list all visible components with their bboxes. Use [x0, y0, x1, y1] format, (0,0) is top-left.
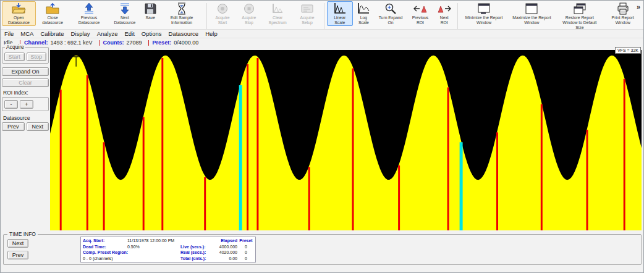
stop-circle-icon: [242, 2, 256, 15]
toolbar-button-minimize-the-report-window[interactable]: Minimize the Report Window: [460, 1, 507, 26]
time-info-cell: [127, 250, 180, 256]
toolbar-separator: [324, 3, 324, 29]
menu-display[interactable]: Display: [70, 30, 90, 37]
menu-mca[interactable]: MCA: [20, 30, 33, 37]
log-chart-icon: [356, 2, 371, 15]
side-panel: Acquire Start Stop Expand On Clear ROI I…: [2, 47, 49, 131]
toolbar-button-label: Turn Expand On: [378, 15, 404, 25]
datasource-panel-label: Datasource: [3, 115, 49, 121]
spectrum-display[interactable]: VFS = 32K: [50, 50, 642, 230]
time-info-cell: 0: [237, 244, 255, 250]
toolbar-button-edit-sample-information[interactable]: Edit Sample Information: [159, 1, 203, 26]
datasource-next-button[interactable]: Next: [27, 122, 49, 131]
toolbar-button-label: Restore Report Window to Default Size: [559, 15, 600, 30]
status-bar: Idle Channel:1493 : 692.1 keVCounts:2708…: [1, 38, 643, 47]
time-info-cell: 0 - 0 (channels): [83, 256, 127, 262]
time-info-next-button[interactable]: Next: [7, 239, 28, 248]
time-info-cell: Live (secs.):: [180, 244, 213, 250]
toolbar-button-log-scale[interactable]: Log Scale: [353, 1, 375, 26]
toolbar-button-clear-spectrum: Clear Spectrum: [262, 1, 293, 26]
stop-button: Stop: [27, 52, 47, 61]
toolbar-button-previous-datasource[interactable]: Previous Datasource: [69, 1, 108, 26]
status-field-label: Channel:: [24, 40, 48, 46]
toolbar-button-label: Previous ROI: [410, 15, 431, 25]
toolbar-button-acquire-start: Acquire Start: [209, 1, 235, 26]
menu-options[interactable]: Options: [142, 30, 162, 37]
time-info-title: TIME INFO: [7, 231, 38, 237]
toolbar-button-acquire-setup: Acquire Setup: [293, 1, 321, 26]
time-info-box: Acq. Start:11/13/1978 12:00:00 PMElapsed…: [80, 237, 256, 262]
time-info-panel: TIME INFO Next Prev Acq. Start:11/13/197…: [3, 234, 642, 265]
time-info-cell: 4000.000: [213, 244, 237, 250]
toolbar-button-label: Previous Datasource: [72, 15, 105, 25]
toolbar-button-save[interactable]: Save: [141, 1, 159, 21]
menu-file[interactable]: File: [4, 30, 14, 37]
status-separator: [99, 40, 100, 46]
toolbar-button-label: Open Datasource: [5, 15, 33, 25]
time-info-cell: 0.00: [213, 256, 237, 262]
roi-next-icon: [437, 2, 452, 15]
toolbar-overflow-chevron[interactable]: »: [637, 3, 640, 10]
toolbar-button-open-datasource[interactable]: Open Datasource: [2, 1, 36, 26]
hourglass-icon: [174, 2, 189, 15]
time-info-cell: 4020.000: [213, 250, 237, 256]
toolbar-button-close-datasource[interactable]: Close datasource: [36, 1, 70, 26]
toolbar: Open DatasourceClose datasourcePrevious …: [1, 1, 643, 30]
time-info-cell: Dead Time:: [83, 244, 127, 250]
menu-edit[interactable]: Edit: [124, 30, 134, 37]
expand-on-button[interactable]: Expand On: [2, 67, 49, 76]
status-separator: [148, 40, 149, 46]
time-info-prev-button[interactable]: Prev: [7, 251, 28, 259]
time-info-cell: 0: [237, 256, 255, 262]
roi-index-minus-button[interactable]: -: [4, 100, 18, 109]
toolbar-button-label: Clear Spectrum: [265, 15, 290, 25]
spectrum-svg[interactable]: [50, 50, 642, 230]
magnifier-icon: [383, 2, 398, 15]
toolbar-button-next-roi[interactable]: Next ROI: [434, 1, 455, 26]
toolbar-separator: [206, 3, 207, 29]
toolbar-button-turn-expand-on[interactable]: Turn Expand On: [375, 1, 407, 26]
status-fields: Channel:1493 : 692.1 keVCounts:27089Pres…: [19, 40, 203, 46]
acquire-group: Acquire Start Stop: [2, 47, 49, 64]
menu-help[interactable]: Help: [205, 30, 218, 37]
toolbar-button-restore-report-window-to-default-size[interactable]: Restore Report Window to Default Size: [556, 1, 603, 30]
menu-analyze[interactable]: Analyze: [97, 30, 118, 37]
toolbar-button-label: Acquire Setup: [296, 15, 318, 25]
toolbar-button-label: Maximize the Report Window: [511, 15, 553, 25]
time-info-cell: Elapsed: [213, 238, 237, 244]
toolbar-button-label: Acquire Stop: [239, 15, 259, 25]
time-info-cell: Real (secs.):: [180, 250, 213, 256]
time-info-cell: Acq. Start:: [83, 238, 127, 244]
toolbar-button-label: Save: [146, 15, 156, 20]
start-button: Start: [4, 52, 25, 61]
toolbar-button-previous-roi[interactable]: Previous ROI: [407, 1, 434, 26]
roi-index-plus-button[interactable]: +: [20, 100, 33, 109]
toolbar-button-label: Close datasource: [39, 15, 67, 25]
roi-prev-icon: [413, 2, 428, 15]
time-info-cell: Comp. Preset Region:: [83, 250, 127, 256]
toolbar-button-maximize-the-report-window[interactable]: Maximize the Report Window: [508, 1, 556, 26]
closed-folder-icon: [45, 2, 60, 15]
application-window: Open DatasourceClose datasourcePrevious …: [0, 0, 644, 273]
roi-index-group: - +: [2, 97, 49, 111]
toolbar-button-acquire-stop: Acquire Stop: [235, 1, 262, 26]
datasource-prev-button[interactable]: Prev: [2, 122, 25, 131]
toolbar-button-label: Linear Scale: [330, 15, 350, 25]
toolbar-button-label: Minimize the Report Window: [463, 15, 504, 25]
toolbar-button-label: Print Report Window: [607, 15, 640, 25]
floppy-icon: [143, 2, 158, 15]
toolbar-button-next-datasource[interactable]: Next Datasource: [109, 1, 142, 26]
toolbar-button-linear-scale[interactable]: Linear Scale: [327, 1, 353, 26]
axes-icon: [270, 2, 285, 15]
menu-calibrate[interactable]: Calibrate: [40, 30, 64, 37]
roi-index-label: ROI Index:: [3, 90, 49, 96]
arrow-up-icon: [82, 2, 96, 15]
time-info-grid: Acq. Start:11/13/1978 12:00:00 PMElapsed…: [83, 238, 253, 262]
toolbar-button-label: Edit Sample Information: [163, 15, 200, 25]
time-info-cell: [127, 256, 180, 262]
clear-button: Clear: [2, 78, 49, 87]
time-info-cell: 11/13/1978 12:00:00 PM: [127, 238, 180, 244]
toolbar-groups: Open DatasourceClose datasourcePrevious …: [1, 1, 643, 30]
setup-panel-icon: [300, 2, 315, 15]
menu-datasource[interactable]: Datasource: [169, 30, 199, 37]
